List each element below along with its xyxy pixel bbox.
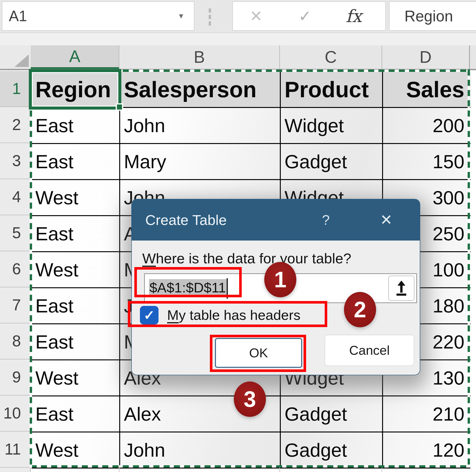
cell-d2[interactable]: 200: [383, 108, 470, 144]
annotation-marker-1: 1: [264, 262, 296, 297]
name-box-value: A1: [9, 2, 27, 30]
selection-border-right: [468, 70, 470, 468]
name-box-dropdown-icon[interactable]: ▼: [178, 2, 185, 30]
formula-bar: A1 ▼ ✕ ✓ fx Region: [0, 0, 476, 33]
annotation-box-headers-checkbox: [128, 301, 327, 327]
fill-handle[interactable]: [116, 103, 123, 111]
cell-c3[interactable]: Gadget: [281, 144, 383, 180]
close-icon[interactable]: ✕: [374, 199, 399, 240]
cell-a8[interactable]: East: [32, 324, 120, 360]
cell-b2[interactable]: John: [120, 108, 281, 144]
dialog-title-bar[interactable]: Create Table ? ✕: [132, 199, 420, 240]
cell-a6[interactable]: West: [32, 252, 120, 288]
annotation-box-range-input: [134, 267, 242, 297]
cell-d1[interactable]: Sales: [383, 72, 470, 108]
select-all-triangle-icon: [14, 54, 29, 67]
cell-b11[interactable]: John: [120, 433, 281, 469]
cell-d3[interactable]: 150: [383, 144, 470, 180]
name-box[interactable]: A1 ▼: [2, 1, 194, 31]
insert-function-icon[interactable]: fx: [340, 2, 368, 30]
cell-c10[interactable]: Gadget: [281, 396, 383, 433]
row-header-9[interactable]: 9: [0, 359, 31, 396]
annotation-box-ok-button: [210, 335, 306, 372]
active-cell-border: [29, 69, 121, 109]
column-header-b[interactable]: B: [119, 45, 280, 69]
cell-a4[interactable]: West: [32, 180, 120, 216]
cancel-button[interactable]: Cancel: [325, 335, 414, 366]
cell-a9[interactable]: West: [32, 360, 120, 396]
row-header-12-partial: [0, 468, 31, 472]
cell-d10[interactable]: 210: [383, 396, 470, 433]
cell-b3[interactable]: Mary: [120, 144, 281, 180]
formula-controls: ✕ ✓ fx: [232, 1, 386, 31]
row-header-11[interactable]: 11: [0, 432, 31, 468]
range-select-up-arrow-icon: [395, 281, 408, 296]
column-header-a[interactable]: A: [31, 45, 119, 69]
cell-a3[interactable]: East: [32, 144, 120, 180]
cell-c2[interactable]: Widget: [281, 108, 383, 144]
column-header-d[interactable]: D: [382, 45, 470, 69]
row-header-8[interactable]: 8: [0, 323, 31, 359]
help-icon[interactable]: ?: [315, 199, 336, 240]
row-header-2[interactable]: 2: [0, 107, 31, 143]
cell-c11[interactable]: Gadget: [281, 433, 383, 469]
row-header-6[interactable]: 6: [0, 251, 31, 287]
cell-a10[interactable]: East: [32, 396, 120, 433]
cell-a11[interactable]: West: [32, 433, 120, 469]
cell-a5[interactable]: East: [32, 216, 120, 252]
formula-bar-separator-handle[interactable]: [209, 0, 211, 33]
formula-input[interactable]: Region: [389, 1, 476, 31]
header-gap-strip: [0, 33, 476, 45]
cell-b1[interactable]: Salesperson: [120, 72, 281, 108]
cell-c1[interactable]: Product: [281, 72, 383, 108]
column-header-c[interactable]: C: [280, 45, 382, 69]
gridline: [382, 468, 382, 472]
cell-d11[interactable]: 120: [383, 433, 470, 469]
annotation-marker-2: 2: [344, 292, 376, 327]
cell-a2[interactable]: East: [32, 108, 120, 144]
gridline: [279, 468, 280, 472]
gridline: [119, 468, 119, 472]
selection-border-bottom: [31, 465, 470, 468]
dialog-prompt: Where is the data for your table?: [142, 250, 351, 267]
column-headers: A B C D: [0, 45, 476, 70]
select-all-button[interactable]: [0, 45, 31, 69]
row-header-3[interactable]: 3: [0, 143, 31, 179]
row-header-10[interactable]: 10: [0, 396, 31, 432]
row-header-1[interactable]: 1: [0, 71, 31, 107]
cancel-entry-icon[interactable]: ✕: [242, 2, 270, 30]
column-header-divider: [470, 45, 470, 69]
row-header-5[interactable]: 5: [0, 215, 31, 251]
row-header-7[interactable]: 7: [0, 287, 31, 323]
row-headers: 1 2 3 4 5 6 7 8 9 10 11: [0, 71, 31, 468]
dialog-title: Create Table: [145, 199, 227, 240]
collapse-dialog-button[interactable]: [388, 276, 414, 301]
row-header-4[interactable]: 4: [0, 179, 31, 215]
annotation-marker-3: 3: [234, 381, 266, 417]
selection-border-left: [30, 70, 32, 468]
formula-value: Region: [404, 2, 453, 30]
enter-entry-icon[interactable]: ✓: [291, 2, 319, 30]
cell-a7[interactable]: East: [32, 288, 120, 324]
